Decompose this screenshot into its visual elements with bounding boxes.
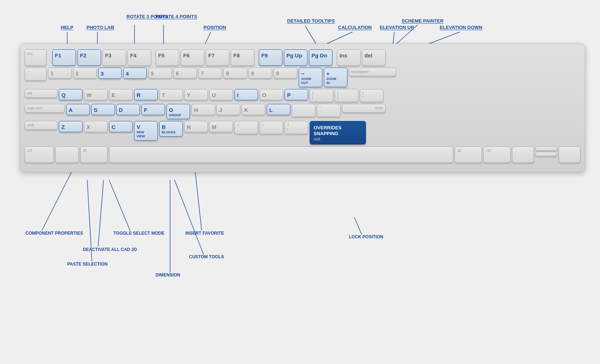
key-semicolon[interactable]: :;	[292, 104, 315, 117]
label-help: HELP	[61, 25, 73, 31]
key-c[interactable]: C	[109, 121, 133, 132]
keyboard: esc F1 F2 F3 F4 F5 F6 F7 F8 F9 Pg Up Pg …	[20, 44, 585, 172]
key-f[interactable]: F	[141, 104, 165, 115]
key-ctrl-right[interactable]: ctrl	[483, 146, 511, 163]
key-esc[interactable]: esc	[25, 49, 47, 66]
key-backspace[interactable]: backspace	[349, 68, 396, 76]
key-n[interactable]: N	[184, 121, 208, 132]
key-f7[interactable]: F7	[206, 49, 229, 66]
number-row: ~` 1 2 3 4 5 6 7 8 9 0 − ZOOMOUT + ZOOMI…	[25, 68, 580, 87]
qwerty-row: tab Q W E R T Y U I O P {[ }] |\	[25, 89, 580, 102]
label-toggle-select: TOGGLE SELECT MODE	[113, 231, 164, 236]
svg-line-17	[354, 217, 362, 234]
key-m[interactable]: M	[209, 121, 233, 132]
key-b[interactable]: B BLOCKS	[159, 121, 183, 137]
key-arrow-down[interactable]	[535, 152, 557, 156]
key-f1[interactable]: F1	[52, 49, 76, 66]
key-del[interactable]: del	[362, 49, 386, 66]
key-z[interactable]: Z	[59, 121, 82, 132]
function-row: esc F1 F2 F3 F4 F5 F6 F7 F8 F9 Pg Up Pg …	[25, 49, 580, 66]
key-comma[interactable]: <,	[234, 121, 258, 134]
key-1[interactable]: 1	[48, 68, 72, 78]
label-elevation-up: ELEVATION UP	[380, 25, 414, 31]
label-scheme-painter: SCHEME PAINTER	[402, 18, 443, 24]
key-h[interactable]: H	[192, 104, 215, 115]
key-arrow-left[interactable]	[512, 146, 534, 163]
key-slash[interactable]: ?/	[285, 121, 308, 134]
key-4[interactable]: 4	[123, 68, 147, 79]
key-q[interactable]: Q	[59, 89, 82, 100]
key-arrow-up[interactable]	[535, 146, 557, 151]
label-lock-position: LOCK POSITION	[349, 234, 383, 240]
key-arrow-right[interactable]	[559, 146, 580, 163]
key-o[interactable]: O	[259, 89, 283, 100]
key-t[interactable]: T	[159, 89, 183, 100]
key-minus[interactable]: − ZOOMOUT	[299, 68, 322, 87]
key-plus[interactable]: + ZOOMIN	[324, 68, 347, 87]
key-3[interactable]: 3	[98, 68, 122, 79]
bottom-row: ctrl alt alt ctrl	[25, 146, 580, 163]
label-deactivate-cad: DEACTIVATE ALL CAD 2D	[83, 247, 137, 253]
key-v[interactable]: V NEWVIEW	[134, 121, 158, 141]
key-f5[interactable]: F5	[156, 49, 179, 66]
key-p[interactable]: P	[285, 89, 308, 100]
key-k[interactable]: K	[242, 104, 265, 115]
key-capslock[interactable]: caps lock	[25, 104, 65, 113]
key-e[interactable]: E	[109, 89, 133, 100]
key-s[interactable]: S	[91, 104, 115, 115]
zxcv-row: shift Z X C V NEWVIEW B BLOCKS N M <, >.…	[25, 121, 580, 144]
key-tab[interactable]: tab	[25, 89, 57, 98]
key-u[interactable]: U	[209, 89, 233, 100]
label-rotate-4: ROTATE 4 POINTS	[156, 14, 197, 20]
svg-line-13	[109, 180, 130, 231]
key-a[interactable]: A	[66, 104, 90, 115]
key-pgup[interactable]: Pg Up	[284, 49, 307, 66]
key-f3[interactable]: F3	[102, 49, 126, 66]
key-l[interactable]: L	[267, 104, 290, 115]
key-x[interactable]: X	[84, 121, 108, 132]
key-alt-right[interactable]: alt	[455, 146, 482, 163]
key-f6[interactable]: F6	[181, 49, 204, 66]
key-g[interactable]: G GROUP	[166, 104, 190, 120]
svg-line-15	[174, 180, 204, 254]
key-f8[interactable]: F8	[231, 49, 254, 66]
svg-line-12	[98, 180, 104, 246]
key-alt-left[interactable]: alt	[80, 146, 108, 163]
label-dimension: DIMENSION	[156, 272, 180, 278]
key-w[interactable]: W	[84, 89, 108, 100]
key-backslash[interactable]: |\	[360, 89, 383, 102]
key-period[interactable]: >.	[259, 121, 283, 134]
key-f9[interactable]: F9	[259, 49, 282, 66]
key-f4[interactable]: F4	[128, 49, 151, 66]
key-tilde[interactable]: ~`	[25, 68, 47, 81]
key-9[interactable]: 9	[249, 68, 272, 78]
key-r[interactable]: R	[134, 89, 158, 100]
key-i[interactable]: I	[234, 89, 258, 100]
key-pgdn[interactable]: Pg Dn	[309, 49, 333, 66]
key-y[interactable]: Y	[184, 89, 208, 100]
key-space[interactable]	[109, 146, 453, 163]
key-0[interactable]: 0	[274, 68, 297, 78]
key-enter[interactable]: enter	[342, 104, 386, 113]
key-shift-left[interactable]: shift	[25, 121, 57, 130]
key-quote[interactable]: "'	[317, 104, 341, 117]
key-bracket-close[interactable]: }]	[335, 89, 358, 102]
key-d[interactable]: D	[116, 104, 140, 115]
key-bracket-open[interactable]: {[	[310, 89, 333, 102]
key-7[interactable]: 7	[198, 68, 222, 78]
key-j[interactable]: J	[217, 104, 240, 115]
key-ins[interactable]: Ins	[337, 49, 361, 66]
key-win-left[interactable]	[55, 146, 79, 163]
key-8[interactable]: 8	[224, 68, 247, 78]
key-5[interactable]: 5	[148, 68, 172, 78]
key-ctrl-left[interactable]: ctrl	[25, 146, 54, 163]
label-position: POSITION	[204, 25, 226, 31]
key-shift-right[interactable]: OVERRIDESSNAPPING shift	[310, 121, 366, 144]
label-calculation: CALCULATION	[338, 25, 372, 31]
key-6[interactable]: 6	[173, 68, 197, 78]
key-2[interactable]: 2	[73, 68, 97, 78]
label-detailed-tooltips: DETAILED TOOLTIPS	[287, 18, 335, 24]
label-insert-favorite: INSERT FAVORITE	[185, 231, 224, 236]
page-wrapper: HELP PHOTO LAB ROTATE 3 POINTS ROTATE 4 …	[0, 0, 600, 364]
key-f2[interactable]: F2	[77, 49, 101, 66]
